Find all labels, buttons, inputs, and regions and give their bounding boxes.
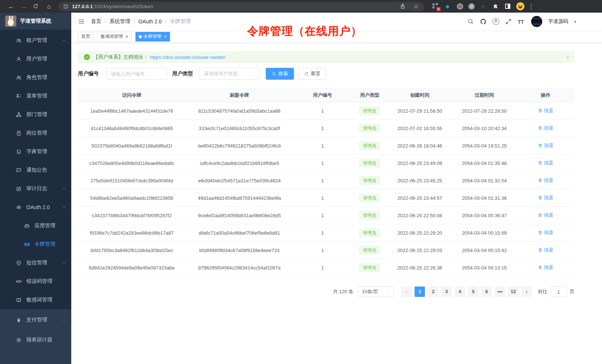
user-menu-caret-icon[interactable]: ▾: [574, 20, 576, 24]
force-logout-button[interactable]: 强退: [538, 177, 553, 184]
forward-icon[interactable]: →: [20, 3, 27, 10]
force-logout-button[interactable]: 强退: [538, 247, 553, 254]
sidebar-item-dept[interactable]: 部门管理: [0, 105, 71, 124]
user-type-tag: 管理员: [359, 246, 380, 254]
force-logout-label: 强退: [544, 195, 553, 201]
github-icon[interactable]: [480, 18, 487, 25]
breadcrumb-item[interactable]: 系统管理: [109, 18, 130, 25]
page-button-3[interactable]: 3: [441, 287, 452, 297]
reset-button[interactable]: 重置: [298, 68, 326, 80]
sidebar-item-errcode[interactable]: </>错误码管理: [0, 272, 71, 291]
table-row: 502375b8040a469a9b82188afdf6af1f be90422…: [78, 137, 575, 155]
tab-close-icon[interactable]: ×: [125, 34, 128, 39]
sidebar-item-sms[interactable]: 短信管理: [0, 254, 71, 272]
page-button-5[interactable]: 5: [468, 287, 478, 297]
back-icon[interactable]: ←: [7, 3, 15, 10]
user-type-select[interactable]: 请选择用户类型: [199, 68, 260, 80]
audit-log-icon: [16, 186, 22, 192]
tag-tab-1[interactable]: 敏感词管理×: [97, 32, 132, 42]
bookmark-star-icon[interactable]: ☆: [412, 3, 420, 10]
reload-icon[interactable]: [33, 3, 40, 9]
browser-menu-icon[interactable]: ⋮: [527, 3, 535, 10]
page-button-2[interactable]: 2: [428, 287, 438, 297]
address-bar[interactable]: 127.0.0.1:1024/system/oauth2/token ☆: [59, 2, 424, 11]
browser-profile-avatar[interactable]: [516, 2, 524, 10]
page-button-1[interactable]: 1: [415, 287, 425, 297]
puzzle-extensions-icon[interactable]: [492, 3, 499, 10]
search-icon[interactable]: [467, 18, 474, 25]
share-icon[interactable]: [400, 3, 407, 9]
prev-page-button[interactable]: ‹: [401, 287, 412, 297]
chevron-down-icon: [386, 290, 390, 294]
create-time-cell: 2022-06-25 22:50:08: [387, 207, 452, 224]
user-id-cell: 1: [293, 207, 352, 224]
doc-link[interactable]: https://doc.iocoder.cn/user-center/: [150, 54, 226, 60]
force-logout-button[interactable]: 强退: [538, 212, 553, 219]
splitview-icon[interactable]: [504, 3, 511, 10]
sidebar-item-oauth2-token[interactable]: ((A))令牌管理: [0, 235, 71, 254]
sidebar-item-pay[interactable]: ¥支付管理: [0, 310, 71, 330]
sidebar-item-sensitive[interactable]: 敏感词管理: [0, 291, 71, 309]
page-button-12[interactable]: 12: [508, 287, 518, 297]
sidebar-collapse-icon[interactable]: [78, 18, 85, 25]
action-cell: 强退: [517, 259, 575, 277]
sidebar-item-oauth2[interactable]: OAuth 2.0: [0, 198, 71, 216]
sidebar-item-audit[interactable]: 审计日志: [0, 179, 71, 198]
force-logout-button[interactable]: 强退: [538, 142, 553, 149]
force-logout-button[interactable]: 强退: [538, 125, 553, 132]
tag-tab-0[interactable]: 首页: [78, 32, 94, 42]
user-name[interactable]: 芋道源码: [548, 18, 568, 25]
sidebar-item-tenant[interactable]: 租户管理: [0, 31, 71, 50]
sidebar-item-label: 岗位管理: [26, 130, 66, 136]
sidebar-item-post[interactable]: 岗位管理: [0, 124, 71, 142]
force-logout-label: 强退: [544, 160, 553, 166]
search-button[interactable]: 搜索: [266, 68, 294, 80]
force-logout-button[interactable]: 强退: [538, 107, 553, 114]
force-logout-button[interactable]: 强退: [538, 160, 553, 166]
fullscreen-icon[interactable]: [505, 18, 512, 25]
alert-close-icon[interactable]: ×: [566, 54, 569, 60]
user-avatar[interactable]: [531, 16, 542, 27]
goto-label: 前往: [538, 288, 547, 295]
force-logout-button[interactable]: 强退: [538, 229, 553, 236]
home-icon[interactable]: ⌂: [45, 3, 53, 10]
knob-extension-icon[interactable]: [456, 3, 464, 10]
user-id-cell: 1: [293, 155, 352, 172]
user-id-input[interactable]: [106, 68, 167, 80]
screen: ← → ⌂ 127.0.0.1:1024/system/oauth2/token…: [0, 0, 602, 364]
sidebar-item-report[interactable]: 报表设计器: [0, 330, 71, 350]
success-check-icon: ✓: [84, 54, 90, 60]
sidebar-item-notice[interactable]: 通知公告: [0, 161, 71, 179]
breadcrumb-item[interactable]: 首页: [91, 18, 101, 25]
sidebar-item-menu[interactable]: 菜单管理: [0, 87, 71, 105]
page-button-6[interactable]: 6: [481, 287, 492, 297]
record-extension-icon[interactable]: [468, 3, 475, 10]
sidebar-item-dict[interactable]: 字典管理: [0, 142, 71, 161]
gem-extension-icon[interactable]: ◆: [444, 3, 451, 10]
user-type-tag: 管理员: [359, 229, 380, 237]
force-logout-button[interactable]: 强退: [538, 195, 553, 201]
refresh-token-cell: 49d1aa46d1454fbd87591444423be9fa: [186, 189, 293, 207]
next-page-button[interactable]: ›: [521, 287, 532, 297]
sidebar-item-role[interactable]: 角色管理: [0, 68, 71, 87]
page-size-select[interactable]: 10条/页: [358, 287, 394, 297]
font-size-icon[interactable]: TT: [518, 19, 524, 25]
help-icon[interactable]: ?: [493, 18, 499, 25]
sidebar-item-oauth2-app[interactable]: 应用管理: [0, 216, 71, 235]
tag-tab-2[interactable]: 令牌管理×: [135, 32, 170, 42]
sidebar-item-user[interactable]: 用户管理: [0, 50, 71, 68]
page-button-4[interactable]: 4: [455, 287, 465, 297]
star-extension-icon[interactable]: ☆: [480, 3, 487, 10]
force-logout-button[interactable]: 强退: [538, 264, 553, 271]
more-pages-icon[interactable]: •••: [495, 287, 505, 297]
sidebar-item-label: 令牌管理: [35, 241, 66, 248]
tab-close-icon[interactable]: ×: [164, 34, 167, 39]
app-logo-row[interactable]: 芋道管理系统: [0, 13, 71, 30]
tab-label: 首页: [81, 33, 90, 40]
expire-time-cell: 2054-03-10 20:42:34: [452, 120, 517, 137]
site-info-icon[interactable]: [63, 4, 69, 9]
sidebar-item-label: 租户管理: [26, 37, 66, 44]
breadcrumb-item[interactable]: OAuth 2.0: [138, 19, 162, 24]
blocks-extension-icon[interactable]: 9: [432, 3, 439, 10]
goto-page-input[interactable]: [550, 287, 567, 297]
